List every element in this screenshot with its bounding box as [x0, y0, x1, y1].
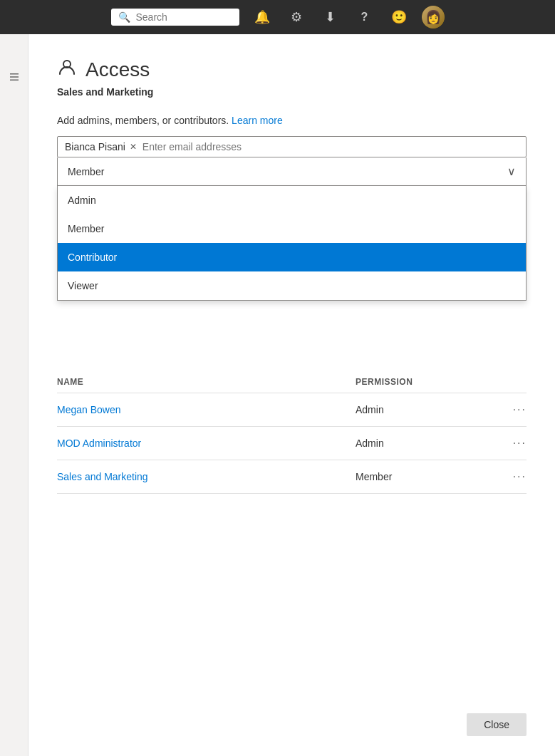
- navbar: 🔍 🔔 ⚙ ⬇ ? 🙂 👩: [0, 0, 555, 34]
- column-header-permission: PERMISSION: [356, 377, 498, 387]
- main-content: Access Sales and Marketing Add admins, m…: [28, 34, 555, 756]
- table-row: MOD Administrator Admin ···: [57, 427, 527, 460]
- email-address-input[interactable]: [142, 141, 519, 152]
- svg-rect-1: [10, 76, 19, 78]
- table-section: NAME PERMISSION Megan Bowen Admin ··· MO…: [57, 371, 527, 494]
- role-option-admin[interactable]: Admin: [58, 186, 526, 214]
- sidebar-strip: [0, 34, 28, 756]
- row-name-megan[interactable]: Megan Bowen: [57, 404, 356, 415]
- row-permission-mod: Admin: [356, 437, 498, 449]
- close-button[interactable]: Close: [467, 713, 527, 736]
- bell-icon[interactable]: 🔔: [251, 6, 274, 29]
- description-row: Add admins, members, or contributors. Le…: [57, 115, 527, 126]
- row-actions-mod[interactable]: ···: [498, 437, 527, 450]
- role-option-member[interactable]: Member: [58, 214, 526, 243]
- column-header-name: NAME: [57, 377, 356, 387]
- avatar[interactable]: 👩: [422, 6, 445, 29]
- access-icon: [57, 57, 77, 82]
- row-name-mod[interactable]: MOD Administrator: [57, 437, 356, 449]
- row-permission-sales: Member: [356, 471, 498, 482]
- role-select-value: Member: [68, 166, 104, 177]
- description-text: Add admins, members, or contributors.: [57, 115, 229, 126]
- sidebar-expand-button[interactable]: [6, 68, 23, 86]
- role-select-box[interactable]: Member ∨: [57, 157, 527, 186]
- page-subtitle: Sales and Marketing: [57, 86, 527, 98]
- row-permission-megan: Admin: [356, 404, 498, 415]
- row-actions-megan[interactable]: ···: [498, 403, 527, 416]
- svg-rect-2: [10, 80, 19, 81]
- search-icon: 🔍: [118, 11, 130, 23]
- role-select-container: Member ∨ Admin Member Contributor Viewer: [57, 157, 527, 186]
- search-box[interactable]: 🔍: [111, 9, 239, 26]
- role-option-contributor[interactable]: Contributor: [58, 243, 526, 271]
- table-header: NAME PERMISSION: [57, 371, 527, 393]
- table-row: Sales and Marketing Member ···: [57, 460, 527, 494]
- email-tag-close-button[interactable]: ✕: [130, 142, 137, 152]
- column-header-actions: [498, 377, 527, 387]
- email-input-row[interactable]: Bianca Pisani ✕: [57, 136, 527, 157]
- email-tag-name: Bianca Pisani: [65, 141, 125, 152]
- role-dropdown: Admin Member Contributor Viewer: [57, 186, 527, 301]
- footer-section: Close: [467, 713, 527, 736]
- avatar-image: 👩: [422, 6, 445, 29]
- page-title: Access: [85, 58, 150, 81]
- chevron-down-icon: ∨: [507, 165, 516, 178]
- row-actions-sales[interactable]: ···: [498, 470, 527, 483]
- table-row: Megan Bowen Admin ···: [57, 393, 527, 427]
- settings-icon[interactable]: ⚙: [285, 6, 308, 29]
- email-tag: Bianca Pisani ✕: [65, 141, 137, 152]
- row-name-sales[interactable]: Sales and Marketing: [57, 471, 356, 482]
- help-icon[interactable]: ?: [353, 6, 376, 29]
- page-title-row: Access: [57, 57, 527, 82]
- svg-rect-0: [10, 73, 19, 75]
- download-icon[interactable]: ⬇: [319, 6, 342, 29]
- role-option-viewer[interactable]: Viewer: [58, 271, 526, 300]
- search-input[interactable]: [136, 11, 229, 23]
- learn-more-link[interactable]: Learn more: [232, 115, 283, 126]
- feedback-icon[interactable]: 🙂: [388, 6, 410, 29]
